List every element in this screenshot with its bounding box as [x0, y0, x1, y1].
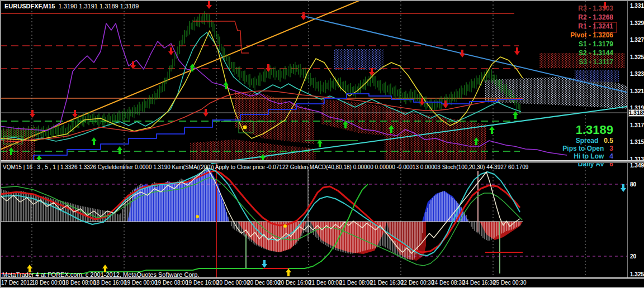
- time-label: 22 Dec 00:30: [401, 280, 434, 286]
- indicator-tick: 20: [630, 253, 636, 260]
- pivot-row-s3: S3 - 1.3117: [570, 57, 613, 66]
- time-label: 19 Dec 00:00: [124, 280, 158, 286]
- pivot-row-pivot: Pivot - 1.3206: [570, 31, 613, 40]
- window-frame-top: [0, 0, 644, 1]
- pivot-row-r1: R1 - 1.3241: [570, 22, 613, 31]
- indicator-header: VQM15 | 16 : 3 , 5 , 1 | 1.3326 1.3326 C…: [3, 164, 528, 170]
- time-label: 20 Dec 00:00: [216, 280, 250, 286]
- time-label: 20 Dec 08:00: [247, 280, 281, 286]
- window-frame-left: [0, 0, 1, 288]
- price-tick: 1.3275: [630, 37, 644, 43]
- price-tick: 1.3315: [630, 3, 644, 9]
- time-label: 18 Dec 16:00: [93, 280, 127, 286]
- price-tick: 1.3235: [630, 71, 644, 77]
- time-label: 21 Dec 00:00: [309, 280, 342, 286]
- price-tick: 1.3295: [630, 20, 644, 26]
- indicator-tick: 80: [630, 181, 636, 188]
- panel-splitter[interactable]: [0, 160, 644, 163]
- time-label: 21 Dec 16:30: [370, 280, 404, 286]
- price-tick: 1.3215: [630, 88, 644, 94]
- symbol-ohlc: 1.3190 1.3191 1.3189 1.3189: [59, 3, 139, 9]
- symbol-title: EURUSDFXF,M15 1.3190 1.3191 1.3189 1.318…: [4, 3, 139, 9]
- time-label: 20 Dec 16:00: [278, 280, 311, 286]
- time-label: 17 Dec 2012: [1, 280, 33, 286]
- price-tick: 1.3255: [630, 54, 644, 60]
- time-label: 18 Dec 00:00: [32, 280, 65, 286]
- time-axis[interactable]: 17 Dec 201218 Dec 00:0018 Dec 08:0018 De…: [0, 279, 644, 287]
- indicator-tick: 1.3256: [630, 271, 644, 277]
- time-label: 18 Dec 08:00: [63, 280, 96, 286]
- info-row: Spread0.5: [562, 137, 613, 145]
- time-label: 19 Dec 16:00: [186, 280, 219, 286]
- symbol-name: EURUSDFXF,M15: [4, 3, 55, 9]
- pivot-row-s1: S1 - 1.3179: [570, 40, 613, 49]
- time-label: 25 Dec 00:30: [493, 280, 527, 286]
- indicator-tick: 1.3493: [630, 162, 644, 169]
- time-label: 24 Dec 16:30: [462, 280, 496, 286]
- time-label: 19 Dec 08:00: [155, 280, 188, 286]
- price-tick: 1.3175: [630, 122, 644, 128]
- info-row: Pips to Open3: [562, 145, 613, 152]
- chart-graphics: [0, 0, 644, 288]
- info-row: Hi to Low4: [562, 152, 613, 160]
- pivot-levels-panel: R3 - 1.3303R2 - 1.3268R1 - 1.3241Pivot -…: [570, 4, 613, 66]
- price-scale[interactable]: 1.33151.32951.32751.32551.32351.32151.31…: [627, 1, 644, 287]
- time-label: 24 Dec 08:30: [432, 280, 465, 286]
- pivot-row-r2: R2 - 1.3268: [570, 13, 613, 22]
- current-price-label: 1.3189: [562, 123, 613, 137]
- time-label: 21 Dec 08:00: [339, 280, 373, 286]
- metatrader-chart-window: EURUSDFXF,M15 1.3190 1.3191 1.3189 1.318…: [0, 0, 644, 288]
- pivot-row-s2: S2 - 1.3144: [570, 49, 613, 57]
- pivot-row-r3: R3 - 1.3303: [570, 4, 613, 13]
- price-tick: 1.3155: [630, 139, 644, 145]
- price-info-rows: Spread0.5Pips to Open3Hi to Low4Daily Av…: [562, 137, 613, 168]
- current-price-tag: 1.3189: [628, 109, 644, 117]
